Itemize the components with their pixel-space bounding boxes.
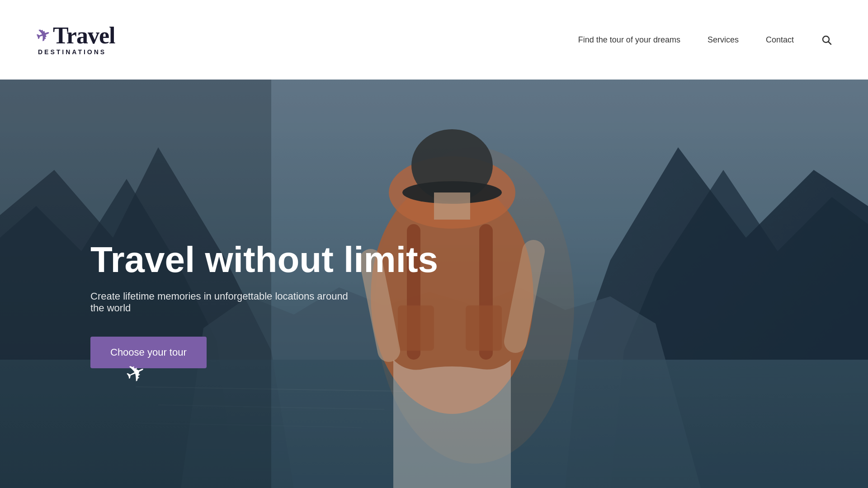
logo-brand: ✈ Travel	[36, 24, 115, 47]
main-nav: Find the tour of your dreams Services Co…	[578, 34, 832, 45]
nav-find-tour[interactable]: Find the tour of your dreams	[578, 35, 680, 45]
search-button[interactable]	[821, 34, 832, 45]
logo: ✈ Travel DESTINATIONS	[36, 24, 115, 56]
search-icon	[821, 34, 832, 45]
logo-brand-text: Travel	[53, 24, 115, 47]
svg-line-1	[829, 42, 831, 45]
nav-services[interactable]: Services	[708, 35, 739, 45]
hero-plane-icon: ✈	[121, 80, 837, 389]
site-header: ✈ Travel DESTINATIONS Find the tour of y…	[0, 0, 868, 80]
logo-plane-icon: ✈	[34, 26, 52, 46]
logo-sub-text: DESTINATIONS	[38, 48, 106, 56]
hero-section: ✈ Travel without limits Create lifetime …	[0, 80, 868, 488]
hero-content: ✈ Travel without limits Create lifetime …	[0, 80, 868, 488]
nav-contact[interactable]: Contact	[766, 35, 794, 45]
